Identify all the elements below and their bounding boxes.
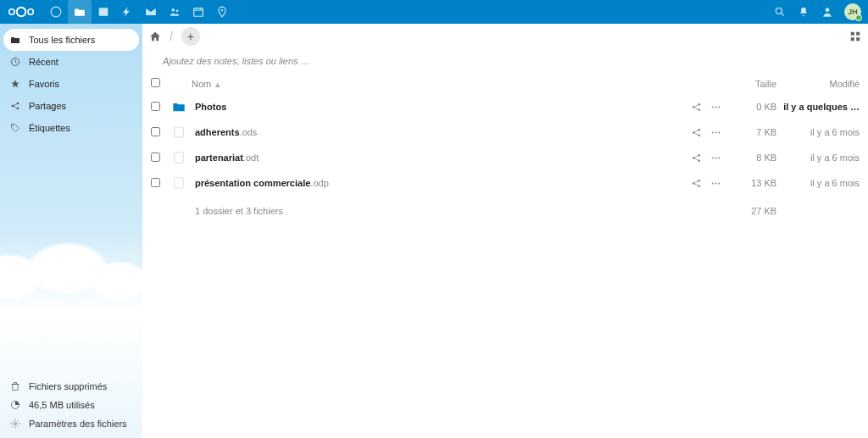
file-modified: il y a 6 mois <box>780 145 868 170</box>
file-row[interactable]: partenariat.odt 8 KB il y a 6 mois <box>142 145 868 170</box>
file-modified: il y a quelques … <box>780 94 868 119</box>
more-icon[interactable] <box>710 127 721 138</box>
maps-icon[interactable] <box>210 0 234 24</box>
svg-point-29 <box>693 131 695 134</box>
nav-tags[interactable]: Étiquettes <box>0 117 142 139</box>
svg-rect-27 <box>175 127 184 137</box>
svg-rect-34 <box>175 152 184 163</box>
row-checkbox[interactable] <box>151 178 160 187</box>
svg-point-35 <box>698 153 701 156</box>
photos-icon[interactable] <box>92 0 115 24</box>
new-button[interactable]: + <box>181 27 200 46</box>
nav-label: Fichiers supprimés <box>29 381 107 391</box>
calendar-icon[interactable] <box>186 0 210 24</box>
notifications-icon[interactable] <box>792 0 815 24</box>
file-modified: il y a 6 mois <box>780 170 868 196</box>
sidebar: Tous les fichiers Récent Favoris Partage… <box>0 24 142 438</box>
file-table: Nom▲ Taille Modifié Photos 0 KB il y a q… <box>142 73 868 226</box>
svg-point-3 <box>51 7 61 17</box>
dashboard-icon[interactable] <box>44 0 68 24</box>
home-icon[interactable] <box>149 30 161 42</box>
file-size: 8 KB <box>725 145 780 170</box>
nav-label: Favoris <box>29 79 59 89</box>
share-icon[interactable] <box>691 178 702 189</box>
search-icon[interactable] <box>768 0 792 24</box>
nav-favorites[interactable]: Favoris <box>0 73 142 95</box>
nav-settings[interactable]: Paramètres des fichiers <box>0 414 142 433</box>
nav-trash[interactable]: Fichiers supprimés <box>0 377 142 396</box>
files-icon[interactable] <box>68 0 92 24</box>
svg-point-32 <box>715 131 717 133</box>
breadcrumb-bar: / + <box>142 24 868 49</box>
file-row[interactable]: Photos 0 KB il y a quelques … <box>142 94 868 119</box>
nav-shares[interactable]: Partages <box>0 95 142 117</box>
contacts-app-icon[interactable] <box>163 0 186 24</box>
file-row[interactable]: présentation commerciale.odp 13 KB il y … <box>142 170 868 196</box>
file-modified: il y a 6 mois <box>780 119 868 145</box>
svg-point-37 <box>698 159 701 162</box>
contacts-icon[interactable] <box>815 0 839 24</box>
file-name: partenariat.odt <box>195 152 259 163</box>
avatar[interactable]: JH <box>844 3 861 20</box>
nextcloud-logo[interactable] <box>7 4 36 19</box>
svg-point-47 <box>718 182 720 184</box>
svg-point-39 <box>715 157 717 158</box>
share-icon[interactable] <box>691 152 702 164</box>
pres-icon <box>171 175 186 191</box>
svg-point-25 <box>715 106 717 108</box>
activity-icon[interactable] <box>115 0 139 24</box>
svg-rect-6 <box>194 8 203 16</box>
svg-point-24 <box>712 106 714 108</box>
nav-list: Tous les fichiers Récent Favoris Partage… <box>0 29 142 139</box>
svg-point-0 <box>9 9 14 14</box>
svg-point-12 <box>12 105 14 108</box>
col-name[interactable]: Nom▲ <box>168 73 657 94</box>
svg-rect-20 <box>856 37 860 41</box>
more-icon[interactable] <box>710 178 721 189</box>
notes-area[interactable]: Ajoutez des notes, listes ou liens … <box>142 49 868 73</box>
more-icon[interactable] <box>710 152 721 164</box>
svg-rect-19 <box>851 37 854 41</box>
nav-storage[interactable]: 46,5 MB utilisés <box>0 396 142 414</box>
file-row[interactable]: adherents.ods 7 KB il y a 6 mois <box>142 119 868 145</box>
row-checkbox[interactable] <box>151 152 160 162</box>
mail-icon[interactable] <box>139 0 163 24</box>
more-icon[interactable] <box>710 102 721 113</box>
sheet-icon <box>171 125 186 140</box>
col-size[interactable]: Taille <box>725 73 780 94</box>
file-name: adherents.ods <box>195 127 257 137</box>
nav-label: Tous les fichiers <box>29 35 95 45</box>
select-all-checkbox[interactable] <box>151 78 160 87</box>
svg-rect-18 <box>856 32 860 36</box>
svg-point-26 <box>718 106 720 108</box>
nav-recent[interactable]: Récent <box>0 51 142 73</box>
row-checkbox[interactable] <box>151 127 160 136</box>
top-header: JH <box>0 0 868 24</box>
share-icon[interactable] <box>691 102 702 113</box>
row-checkbox[interactable] <box>151 102 160 111</box>
file-name: présentation commerciale.odp <box>195 178 329 188</box>
svg-point-11 <box>17 103 19 105</box>
svg-point-46 <box>715 182 717 184</box>
nav-label: 46,5 MB utilisés <box>29 400 95 410</box>
svg-point-9 <box>826 8 830 12</box>
file-size: 13 KB <box>725 170 780 196</box>
svg-point-14 <box>13 125 14 127</box>
svg-point-38 <box>712 157 714 158</box>
grid-view-icon[interactable] <box>849 30 861 42</box>
summary-size: 27 KB <box>725 196 780 226</box>
svg-point-40 <box>718 157 720 158</box>
share-icon[interactable] <box>691 127 702 138</box>
svg-point-13 <box>17 108 19 110</box>
svg-point-7 <box>221 9 223 11</box>
summary-text: 1 dossier et 3 fichiers <box>195 206 283 216</box>
nav-all-files[interactable]: Tous les fichiers <box>3 29 139 51</box>
svg-point-43 <box>693 182 695 185</box>
svg-point-31 <box>712 131 714 133</box>
nav-label: Récent <box>29 57 58 67</box>
file-size: 7 KB <box>725 119 780 145</box>
svg-point-42 <box>698 179 701 181</box>
nav-label: Étiquettes <box>29 123 70 133</box>
svg-point-23 <box>698 108 701 111</box>
col-modified[interactable]: Modifié <box>780 73 868 94</box>
